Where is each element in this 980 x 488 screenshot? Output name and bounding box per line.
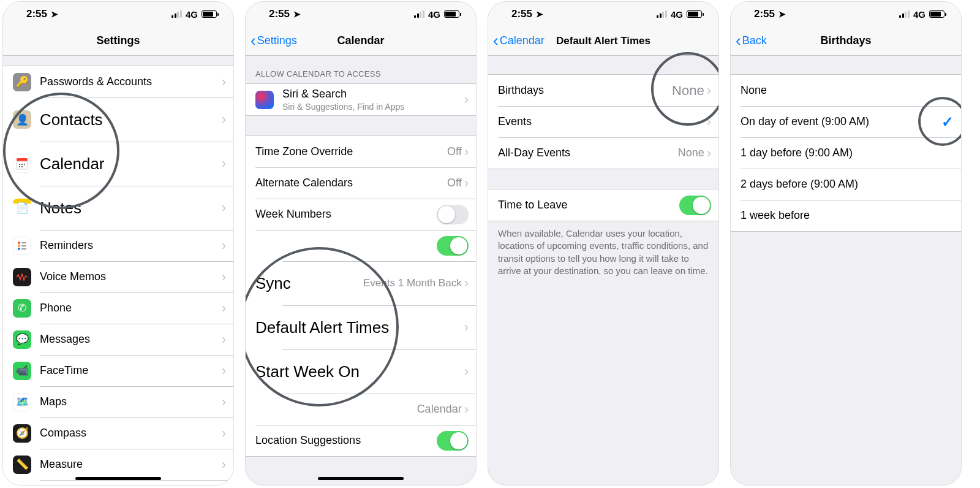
settings-row-calendar[interactable]: Calendar › <box>3 142 233 186</box>
row-label: Voice Memos <box>40 270 222 283</box>
row-events[interactable]: Events › <box>488 106 718 137</box>
settings-row-facetime[interactable]: 📹 FaceTime › <box>3 355 233 386</box>
option-on-day[interactable]: On day of event (9:00 AM) ✓ <box>731 106 961 137</box>
page-title: Settings <box>96 34 140 47</box>
svg-point-9 <box>18 248 20 250</box>
row-label: FaceTime <box>40 364 222 377</box>
chevron-right-icon: › <box>222 300 226 316</box>
battery-icon <box>202 10 219 18</box>
network-label: 4G <box>186 9 198 20</box>
chevron-right-icon: › <box>464 364 469 379</box>
compass-icon: 🧭 <box>13 424 31 443</box>
option-1-day-before[interactable]: 1 day before (9:00 AM) <box>731 137 961 169</box>
row-label: 1 week before <box>741 209 954 222</box>
page-title: Birthdays <box>820 34 871 47</box>
row-label <box>255 403 417 416</box>
settings-row-messages[interactable]: 💬 Messages › <box>3 324 233 355</box>
row-time-to-leave[interactable]: Time to Leave <box>488 189 718 221</box>
chevron-right-icon: › <box>222 394 226 410</box>
row-label: Sync <box>255 274 363 293</box>
row-show-declines[interactable] <box>246 230 476 261</box>
row-detail: None <box>678 147 704 159</box>
voice-memos-icon <box>13 268 31 286</box>
back-button[interactable]: ‹Calendar <box>493 34 545 47</box>
row-alternate-calendars[interactable]: Alternate Calendars Off › <box>246 167 476 199</box>
clock: 2:55 <box>754 8 775 20</box>
battery-icon <box>929 10 946 18</box>
row-default-calendar[interactable]: Calendar › <box>246 394 476 425</box>
phone-icon: ✆ <box>13 299 31 318</box>
row-label: Location Suggestions <box>255 434 437 447</box>
messages-icon: 💬 <box>13 330 31 349</box>
chevron-right-icon: › <box>464 175 469 191</box>
home-indicator <box>75 477 161 480</box>
settings-row-phone[interactable]: ✆ Phone › <box>3 292 233 324</box>
row-label: Maps <box>40 395 222 408</box>
battery-icon <box>687 10 704 18</box>
key-icon: 🔑 <box>13 73 31 91</box>
chevron-right-icon: › <box>222 200 226 216</box>
phone-default-alert-times: 2:55➤ 4G ‹Calendar Default Alert Times B… <box>488 1 719 486</box>
row-siri-search[interactable]: Siri & Search Siri & Suggestions, Find i… <box>246 84 476 115</box>
maps-icon: 🗺️ <box>13 393 31 411</box>
row-start-week-on[interactable]: Start Week On › <box>246 349 476 394</box>
row-label: All-Day Events <box>498 147 678 159</box>
phone-calendar-settings: 2:55➤ 4G ‹Settings Calendar ALLOW CALEND… <box>245 1 477 486</box>
row-label: Messages <box>40 333 222 346</box>
back-label: Settings <box>257 34 297 47</box>
row-sync[interactable]: Sync Events 1 Month Back › <box>246 261 476 305</box>
row-default-alert-times[interactable]: Default Alert Times › <box>246 305 476 349</box>
settings-row-measure[interactable]: 📏 Measure › <box>3 449 233 480</box>
settings-row-notes[interactable]: 📄 Notes › <box>3 186 233 230</box>
row-label: Phone <box>40 302 222 315</box>
row-label: 2 days before (9:00 AM) <box>741 178 954 191</box>
location-icon: ➤ <box>536 9 543 19</box>
toggle-switch[interactable] <box>437 431 469 451</box>
signal-icon <box>657 10 667 18</box>
toggle-switch[interactable] <box>437 236 469 256</box>
row-label: None <box>741 84 954 97</box>
settings-row-contacts[interactable]: 👤 Contacts › <box>3 97 233 142</box>
checkmark-icon: ✓ <box>941 113 954 131</box>
row-detail: None <box>672 83 704 99</box>
row-label: Events <box>498 115 704 128</box>
signal-icon <box>172 10 182 18</box>
row-label: Compass <box>40 427 222 440</box>
back-button[interactable]: ‹Back <box>736 34 767 47</box>
toggle-switch[interactable] <box>437 205 469 224</box>
row-timezone-override[interactable]: Time Zone Override Off › <box>246 136 476 167</box>
svg-point-2 <box>19 164 20 165</box>
nav-bar: ‹Back Birthdays <box>731 26 961 56</box>
svg-point-6 <box>21 166 23 167</box>
page-title: Calendar <box>337 34 384 47</box>
settings-row-compass[interactable]: 🧭 Compass › <box>3 417 233 449</box>
option-1-week-before[interactable]: 1 week before <box>731 200 961 231</box>
row-birthdays[interactable]: Birthdays None › <box>488 75 718 106</box>
facetime-icon: 📹 <box>13 362 31 380</box>
row-all-day-events[interactable]: All-Day Events None › <box>488 137 718 169</box>
svg-point-4 <box>24 164 25 165</box>
chevron-right-icon: › <box>464 92 469 108</box>
option-none[interactable]: None <box>731 75 961 106</box>
row-location-suggestions[interactable]: Location Suggestions <box>246 425 476 456</box>
network-label: 4G <box>913 9 925 20</box>
chevron-right-icon: › <box>222 425 226 441</box>
home-indicator <box>318 477 404 480</box>
calendar-icon <box>13 154 31 173</box>
measure-icon: 📏 <box>13 456 31 474</box>
settings-row-reminders[interactable]: Reminders › <box>3 230 233 261</box>
settings-row-voice-memos[interactable]: Voice Memos › <box>3 261 233 292</box>
svg-rect-11 <box>21 245 26 246</box>
settings-row-maps[interactable]: 🗺️ Maps › <box>3 386 233 417</box>
settings-row-passwords[interactable]: 🔑 Passwords & Accounts › <box>3 66 233 97</box>
location-icon: ➤ <box>51 9 58 19</box>
row-label: Calendar <box>40 154 222 173</box>
back-button[interactable]: ‹Settings <box>251 34 297 47</box>
settings-row-safari[interactable]: 🧭 Safari › <box>3 480 233 486</box>
option-2-days-before[interactable]: 2 days before (9:00 AM) <box>731 169 961 200</box>
row-week-numbers[interactable]: Week Numbers <box>246 199 476 230</box>
toggle-switch[interactable] <box>679 196 711 215</box>
battery-icon <box>444 10 461 18</box>
row-label: Default Alert Times <box>255 318 464 337</box>
nav-bar: ‹Calendar Default Alert Times <box>488 26 718 56</box>
